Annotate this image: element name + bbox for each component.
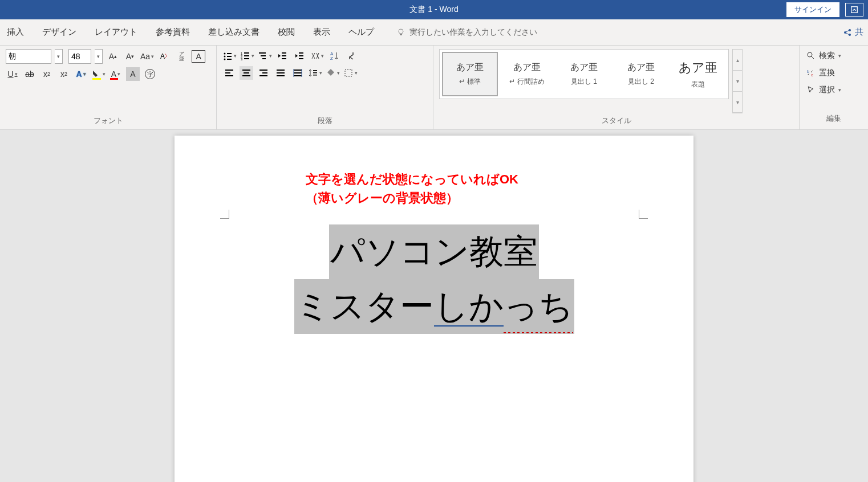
svg-point-6 — [224, 53, 226, 55]
gallery-down-button[interactable]: ▾ — [733, 71, 742, 92]
document-content[interactable]: パソコン教室 ミスターしかっち — [220, 224, 648, 334]
subscript-button[interactable]: x2 — [40, 67, 54, 81]
borders-button[interactable] — [343, 66, 358, 80]
sort-button[interactable]: AZ — [327, 49, 341, 63]
svg-rect-19 — [261, 55, 266, 56]
character-border-button[interactable]: A — [192, 50, 205, 63]
ribbon: 朝 ▾ 48 ▾ A▴ A▾ Aa A ア亜 A U ab x2 x2 A A … — [0, 46, 868, 130]
distributed-button[interactable] — [291, 66, 305, 80]
find-button[interactable]: 検索 ▾ — [806, 49, 861, 63]
svg-rect-41 — [294, 70, 302, 71]
margin-marker-top-right — [639, 210, 648, 219]
show-hide-marks-button[interactable] — [344, 49, 358, 63]
ribbon-display-options-icon[interactable] — [845, 3, 863, 17]
svg-rect-42 — [294, 72, 302, 73]
grow-font-button[interactable]: A▴ — [106, 50, 120, 63]
svg-point-8 — [224, 56, 226, 58]
page[interactable]: 文字を選んだ状態になっていればOK （薄いグレーの背景状態） パソコン教室 ミス… — [175, 136, 693, 482]
share-button[interactable]: 共 — [843, 27, 863, 38]
decrease-indent-button[interactable] — [275, 49, 289, 63]
styles-gallery-nav: ▴ ▾ ▾ — [732, 49, 743, 113]
svg-rect-20 — [262, 58, 266, 59]
phonetic-guide-button[interactable]: ア亜 — [175, 50, 188, 63]
lightbulb-icon — [397, 28, 406, 37]
svg-rect-33 — [244, 72, 249, 73]
svg-rect-36 — [262, 72, 267, 73]
titlebar: 文書 1 - Word サインイン — [0, 0, 868, 19]
tab-insert[interactable]: 挿入 — [6, 24, 25, 40]
font-size-dropdown[interactable]: ▾ — [95, 49, 103, 64]
gallery-more-button[interactable]: ▾ — [733, 92, 742, 113]
highlight-button[interactable] — [91, 67, 106, 81]
select-button[interactable]: 選択 ▾ — [806, 83, 861, 97]
document-area[interactable]: 文字を選んだ状態になっていればOK （薄いグレーの背景状態） パソコン教室 ミス… — [0, 130, 868, 482]
multilevel-list-button[interactable] — [258, 49, 272, 63]
search-icon — [806, 51, 816, 60]
svg-text:Z: Z — [330, 56, 333, 61]
svg-rect-45 — [313, 72, 317, 73]
svg-text:b: b — [807, 70, 809, 73]
font-name-dropdown[interactable]: ▾ — [55, 49, 63, 64]
search-placeholder: 実行したい作業を入力してください — [409, 27, 537, 38]
align-right-button[interactable] — [257, 66, 270, 80]
replace-button[interactable]: bc 置換 — [806, 66, 861, 80]
tab-review[interactable]: 校閲 — [277, 24, 296, 40]
selected-text-line1[interactable]: パソコン教室 — [329, 224, 539, 279]
style-heading1[interactable]: あア亜 見出し 1 — [556, 52, 612, 96]
svg-rect-17 — [244, 58, 249, 59]
character-shading-button[interactable]: A — [126, 67, 140, 81]
text-effects-button[interactable]: A — [74, 67, 88, 81]
font-color-button[interactable]: A — [109, 67, 123, 81]
share-icon — [843, 28, 853, 37]
clear-formatting-button[interactable]: A — [157, 50, 171, 63]
svg-rect-38 — [277, 70, 285, 71]
line-spacing-button[interactable] — [308, 66, 322, 80]
svg-rect-31 — [225, 75, 233, 76]
svg-rect-35 — [259, 70, 267, 71]
font-name-input[interactable]: 朝 — [6, 49, 51, 64]
style-heading2[interactable]: あア亜 見出し 2 — [613, 52, 669, 96]
superscript-button[interactable]: x2 — [57, 67, 71, 81]
svg-rect-22 — [282, 55, 286, 56]
svg-rect-39 — [277, 72, 285, 73]
signin-button[interactable]: サインイン — [786, 2, 839, 17]
tab-help[interactable]: ヘルプ — [347, 24, 375, 40]
font-group-label: フォント — [6, 113, 210, 128]
svg-point-4 — [849, 34, 851, 36]
shrink-font-button[interactable]: A▾ — [123, 50, 137, 63]
change-case-button[interactable]: Aa — [140, 50, 154, 63]
bullets-button[interactable] — [222, 49, 237, 63]
increase-indent-button[interactable] — [293, 49, 306, 63]
tell-me-search[interactable]: 実行したい作業を入力してください — [397, 27, 537, 38]
svg-rect-46 — [313, 75, 317, 76]
svg-rect-30 — [225, 72, 230, 73]
style-normal[interactable]: あア亜 ↵ 標準 — [442, 52, 498, 96]
tab-references[interactable]: 参考資料 — [155, 24, 191, 40]
enclose-characters-button[interactable]: 字 — [143, 67, 157, 81]
tab-mailings[interactable]: 差し込み文書 — [207, 24, 261, 40]
svg-rect-21 — [282, 52, 286, 54]
margin-marker-top-left — [220, 210, 229, 219]
svg-rect-40 — [277, 75, 285, 76]
numbering-button[interactable]: 123 — [240, 49, 254, 63]
underline-button[interactable]: U — [6, 67, 19, 81]
svg-rect-47 — [345, 70, 352, 76]
gallery-up-button[interactable]: ▴ — [733, 50, 742, 71]
svg-point-48 — [808, 52, 812, 57]
justify-button[interactable] — [274, 66, 287, 80]
paragraph-group-label: 段落 — [222, 113, 427, 128]
selected-text-line2[interactable]: ミスターしかっち — [294, 279, 574, 334]
style-title[interactable]: あア亜 表題 — [670, 52, 726, 96]
strikethrough-button[interactable]: ab — [23, 67, 36, 81]
tab-layout[interactable]: レイアウト — [94, 24, 139, 40]
align-left-button[interactable] — [222, 66, 236, 80]
document-name: 文書 1 — [409, 5, 432, 14]
tab-view[interactable]: 表示 — [312, 24, 331, 40]
asian-layout-button[interactable] — [310, 49, 324, 63]
svg-rect-43 — [294, 75, 302, 76]
align-center-button[interactable] — [240, 66, 253, 80]
style-no-spacing[interactable]: あア亜 ↵ 行間詰め — [499, 52, 555, 96]
tab-design[interactable]: デザイン — [41, 24, 78, 40]
font-size-input[interactable]: 48 — [68, 49, 91, 64]
shading-button[interactable] — [326, 66, 340, 80]
